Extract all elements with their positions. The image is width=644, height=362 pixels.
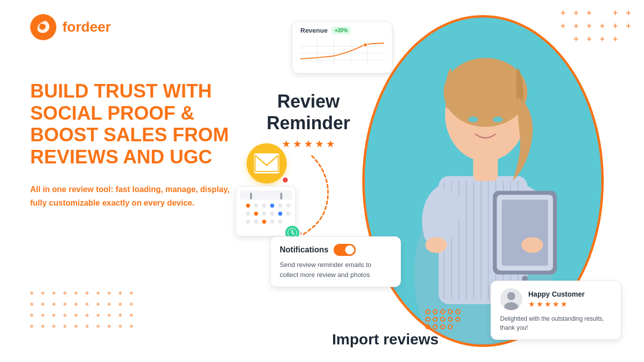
- dot: [86, 325, 89, 328]
- plus-icon: +: [610, 8, 621, 19]
- dot: [119, 314, 122, 317]
- svg-rect-19: [473, 154, 498, 181]
- dot: [52, 314, 55, 317]
- dot: [30, 303, 33, 306]
- svg-point-56: [262, 220, 266, 224]
- svg-point-49: [254, 212, 258, 216]
- import-reviews-label: Import reviews: [332, 331, 439, 348]
- customer-avatar: [500, 288, 522, 310]
- revenue-badge: +20%: [332, 27, 351, 34]
- dot: [119, 303, 122, 306]
- dot: [30, 292, 33, 295]
- dot: [97, 303, 100, 306]
- dot: [74, 325, 77, 328]
- dot: [97, 314, 100, 317]
- dot: [130, 325, 133, 328]
- dot: [30, 325, 33, 328]
- svg-point-66: [433, 310, 437, 314]
- dot: [41, 325, 44, 328]
- dot: [108, 325, 111, 328]
- svg-point-45: [270, 204, 274, 208]
- plus-icon: +: [610, 21, 621, 32]
- customer-name: Happy Customer: [528, 290, 585, 298]
- calendar-icon: [240, 191, 292, 231]
- svg-rect-22: [502, 200, 548, 265]
- plus-icon: [597, 8, 608, 19]
- svg-point-25: [521, 237, 543, 253]
- revenue-chart: [300, 38, 384, 66]
- notifications-toggle[interactable]: [334, 244, 356, 256]
- plus-icon: +: [584, 8, 595, 19]
- review-reminder-section: Review Reminder ★ ★ ★ ★ ★: [267, 90, 350, 150]
- main-headline: BUILD TRUST WITH SOCIAL PROOF & BOOST SA…: [30, 80, 247, 168]
- svg-point-53: [286, 212, 290, 216]
- dot: [97, 325, 100, 328]
- svg-point-50: [262, 212, 266, 216]
- svg-rect-8: [473, 181, 474, 299]
- svg-point-48: [246, 212, 250, 216]
- plus-icon: +: [571, 8, 582, 19]
- svg-point-72: [441, 317, 445, 321]
- svg-point-68: [448, 310, 452, 314]
- dot: [97, 292, 100, 295]
- cstar-5: ★: [560, 300, 567, 309]
- happy-customer-card: Happy Customer ★ ★ ★ ★ ★ Delightted with…: [491, 281, 621, 340]
- svg-rect-39: [240, 191, 292, 200]
- dot: [119, 325, 122, 328]
- notifications-header: Notifications: [280, 244, 391, 256]
- dot: [52, 292, 55, 295]
- customer-card-header: Happy Customer ★ ★ ★ ★ ★: [500, 288, 612, 310]
- svg-rect-7: [466, 181, 467, 299]
- left-content-section: BUILD TRUST WITH SOCIAL PROOF & BOOST SA…: [30, 80, 247, 210]
- dot: [74, 314, 77, 317]
- brand-name: fordeer: [62, 19, 111, 35]
- plus-icon: +: [610, 34, 621, 45]
- svg-rect-34: [254, 153, 279, 173]
- dot: [63, 325, 66, 328]
- svg-point-51: [270, 212, 274, 216]
- customer-stars: ★ ★ ★ ★ ★: [528, 300, 585, 309]
- envelope-icon: [254, 153, 279, 173]
- revenue-card: Revenue +20%: [292, 21, 392, 73]
- plus-icon: [623, 34, 634, 45]
- svg-point-33: [363, 43, 367, 47]
- dot: [30, 314, 33, 317]
- svg-point-58: [278, 220, 282, 224]
- svg-point-47: [286, 204, 290, 208]
- notifications-description: Send review reminder emails to collect m…: [280, 260, 391, 280]
- plus-icon: +: [557, 8, 569, 19]
- svg-point-43: [254, 204, 258, 208]
- svg-point-17: [468, 117, 478, 123]
- svg-rect-40: [250, 193, 252, 200]
- svg-rect-10: [488, 181, 489, 299]
- decorative-dots-grid: [30, 292, 137, 332]
- dot: [63, 314, 66, 317]
- fordeer-logo-icon: [30, 14, 56, 40]
- star-1: ★: [282, 138, 291, 150]
- email-icon-container: [247, 143, 287, 184]
- svg-point-54: [246, 220, 250, 224]
- dot: [74, 292, 77, 295]
- cstar-2: ★: [536, 300, 543, 309]
- svg-point-70: [426, 317, 430, 321]
- sub-headline: All in one review tool: fast loading, ma…: [30, 183, 247, 210]
- svg-point-63: [507, 292, 515, 300]
- svg-point-74: [456, 317, 460, 321]
- import-dots-decoration: [425, 309, 460, 334]
- dot: [119, 292, 122, 295]
- svg-point-78: [448, 325, 452, 329]
- svg-point-44: [262, 204, 266, 208]
- svg-point-24: [425, 237, 447, 253]
- dot: [108, 314, 111, 317]
- revenue-card-header: Revenue +20%: [300, 27, 384, 34]
- cstar-4: ★: [552, 300, 559, 309]
- dot: [108, 292, 111, 295]
- customer-info: Happy Customer ★ ★ ★ ★ ★: [528, 290, 585, 309]
- svg-point-16: [444, 58, 527, 127]
- review-reminder-title: Review Reminder: [267, 90, 350, 134]
- cstar-3: ★: [544, 300, 551, 309]
- dot: [63, 292, 66, 295]
- svg-point-73: [448, 317, 452, 321]
- svg-point-67: [441, 310, 445, 314]
- svg-point-42: [246, 204, 250, 208]
